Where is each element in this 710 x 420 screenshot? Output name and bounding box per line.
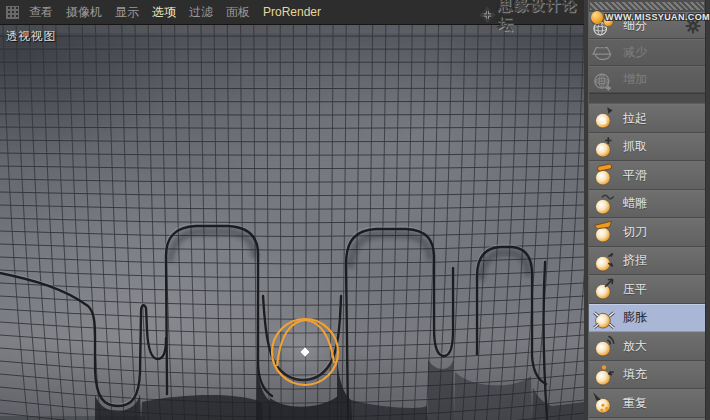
tool-label: 挤捏 <box>623 252 705 269</box>
tool-label: 细分 <box>623 17 685 34</box>
sculpt-tool-panel: 细分 减少 增加 S拉起 抓取 平滑 <box>588 0 706 420</box>
menu-item-view[interactable]: 查看 <box>29 4 53 21</box>
sculpt-cmd-decrease[interactable]: 减少 <box>589 39 705 66</box>
sculpt-mesh-canvas[interactable] <box>0 25 584 420</box>
fill-icon <box>591 363 617 387</box>
menu-item-camera[interactable]: 摄像机 <box>66 4 102 21</box>
menu-item-prorender[interactable]: ProRender <box>263 5 321 19</box>
panel-drag-handle[interactable] <box>590 2 704 10</box>
wax-icon <box>591 192 617 216</box>
menu-item-options[interactable]: 选项 <box>152 4 176 21</box>
smooth-icon <box>591 163 617 187</box>
tool-label: 拉起 <box>623 110 705 127</box>
sculpt-cmd-subdivide[interactable]: 细分 <box>589 12 705 39</box>
tool-label: 放大 <box>623 338 705 355</box>
tool-label: 膨胀 <box>623 309 705 326</box>
menu-item-display[interactable]: 显示 <box>115 4 139 21</box>
repeat-icon <box>591 391 617 415</box>
sculpt-tool-knife[interactable]: 切刀 <box>589 218 705 247</box>
sculpt-tool-flatten[interactable]: 压平 <box>589 275 705 304</box>
sculpt-tool-fill[interactable]: 填充 <box>589 361 705 390</box>
sculpt-tool-smooth[interactable]: 平滑 <box>589 161 705 190</box>
sculpt-tool-pinch[interactable]: 挤捏 <box>589 247 705 276</box>
grab-icon <box>591 135 617 159</box>
tool-label: 重复 <box>623 395 705 412</box>
pull-icon: S <box>591 106 617 130</box>
flatten-icon <box>591 277 617 301</box>
tool-label: 减少 <box>623 44 705 61</box>
sculpt-tool-inflate[interactable]: 膨胀 <box>589 304 705 333</box>
sculpt-tool-grab[interactable]: 抓取 <box>589 133 705 162</box>
tool-list: S拉起 抓取 平滑 蜡雕 切刀 挤捏 <box>589 104 705 420</box>
menu-item-filter[interactable]: 过滤 <box>189 4 213 21</box>
viewport-menu-bar: 查看摄像机显示选项过滤面板ProRender <box>0 0 584 25</box>
subdivide-icon <box>591 14 617 38</box>
inflate-icon <box>591 306 617 330</box>
sculpt-tool-repeat[interactable]: 重复 <box>589 389 705 418</box>
tool-label: 压平 <box>623 281 705 298</box>
knife-icon <box>591 220 617 244</box>
increase-icon <box>591 68 617 92</box>
menu-item-panel[interactable]: 面板 <box>226 4 250 21</box>
decrease-icon <box>591 41 617 65</box>
pinch-icon <box>591 249 617 273</box>
subdivision-group: 细分 减少 增加 <box>589 12 705 93</box>
tool-label: 蜡雕 <box>623 195 705 212</box>
group-separator <box>589 93 705 104</box>
sculpt-tool-amplify[interactable]: 放大 <box>589 332 705 361</box>
tool-label: 增加 <box>623 71 705 88</box>
viewport-label: 透视视图 <box>6 29 56 44</box>
tool-label: 抓取 <box>623 138 705 155</box>
application-window: 查看摄像机显示选项过滤面板ProRender 透视视图 <box>0 0 710 420</box>
svg-text:S: S <box>601 117 607 127</box>
tool-label: 平滑 <box>623 167 705 184</box>
perspective-viewport[interactable]: 透视视图 <box>0 25 584 420</box>
sculpt-tool-pull[interactable]: S拉起 <box>589 104 705 133</box>
gear-icon[interactable] <box>685 18 701 34</box>
sculpt-cmd-increase[interactable]: 增加 <box>589 66 705 93</box>
sculpt-tool-sidebar: 细分 减少 增加 S拉起 抓取 平滑 <box>584 0 710 420</box>
amplify-icon <box>591 334 617 358</box>
sculpt-tool-wax[interactable]: 蜡雕 <box>589 190 705 219</box>
menu-grip-icon[interactable] <box>6 6 19 19</box>
tool-label: 填充 <box>623 366 705 383</box>
tool-label: 切刀 <box>623 224 705 241</box>
